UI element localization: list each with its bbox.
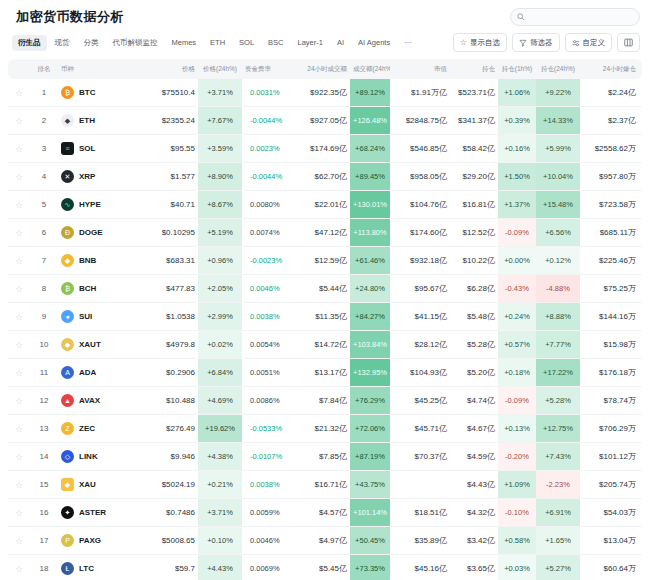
customize-button[interactable]: 自定义 [565, 33, 613, 52]
table-row[interactable]: ☆5∿HYPE$40.71+8.67%0.0080%$22.01亿+130.01… [8, 191, 642, 219]
favorite-star-icon[interactable]: ☆ [8, 275, 30, 303]
table-row[interactable]: ☆11AADA$0.2906+6.84%0.0051%$13.17亿+132.9… [8, 359, 642, 387]
table-row[interactable]: ☆3≡SOL$95.55+3.59%0.0023%$174.69亿+68.24%… [8, 135, 642, 163]
rank-cell: 12 [30, 387, 58, 415]
search-box[interactable] [510, 8, 640, 26]
coin-cell[interactable]: ●SUI [58, 303, 136, 331]
column-header-7[interactable]: 成交额(24h%) [350, 59, 390, 79]
column-header-6[interactable]: 24小时成交额 [292, 59, 350, 79]
favorite-star-icon[interactable]: ☆ [8, 135, 30, 163]
coin-symbol: LTC [79, 564, 94, 573]
favorite-star-icon[interactable]: ☆ [8, 79, 30, 107]
coin-symbol: SUI [79, 312, 92, 321]
coin-cell[interactable]: ◆ETH [58, 107, 136, 135]
table-row[interactable]: ☆6ÐDOGE$0.10295+5.19%0.0074%$47.12亿+113.… [8, 219, 642, 247]
price-cell: $0.7486 [136, 499, 198, 527]
open-interest-cell: $4.67亿 [450, 415, 498, 443]
filter-button[interactable]: 筛选器 [512, 33, 560, 52]
coin-cell[interactable]: ZZEC [58, 415, 136, 443]
favorite-star-icon[interactable]: ☆ [8, 219, 30, 247]
table-row[interactable]: ☆8₿BCH$477.83+2.05%0.0046%$5.44亿+24.80%$… [8, 275, 642, 303]
coin-cell[interactable]: ∿HYPE [58, 191, 136, 219]
coin-cell[interactable]: ▲AVAX [58, 387, 136, 415]
tab-layer1[interactable]: Layer-1 [292, 35, 329, 50]
table-row[interactable]: ☆12▲AVAX$10.488+4.69%0.0086%$7.84亿+76.29… [8, 387, 642, 415]
column-header-5[interactable]: 资金费率 [242, 59, 292, 79]
coin-cell[interactable]: PPAXG [58, 527, 136, 555]
tab-token-unlock[interactable]: 代币解锁监控 [107, 35, 164, 51]
table-row[interactable]: ☆7◆BNB$683.31+0.96%-0.0023%$12.59亿+61.46… [8, 247, 642, 275]
oi-change-24h-cell: +6.91% [536, 499, 580, 527]
coin-cell[interactable]: ✕XRP [58, 163, 136, 191]
market-cap-cell: $104.76亿 [390, 191, 450, 219]
coin-cell[interactable]: ≡SOL [58, 135, 136, 163]
coin-symbol: BCH [79, 284, 96, 293]
coin-cell[interactable]: ₿BCH [58, 275, 136, 303]
favorite-star-icon[interactable]: ☆ [8, 555, 30, 580]
columns-button[interactable] [617, 33, 640, 52]
price-cell: $0.10295 [136, 219, 198, 247]
coin-cell[interactable]: ₿BTC [58, 79, 136, 107]
tab-sol[interactable]: SOL [233, 35, 260, 50]
column-header-10[interactable]: 持仓(1h%) [498, 59, 536, 79]
column-header-11[interactable]: 持仓(24h%) [536, 59, 580, 79]
table-row[interactable]: ☆16✦ASTER$0.7486+3.71%0.0059%$4.57亿+101.… [8, 499, 642, 527]
tab-memes[interactable]: Memes [166, 35, 203, 50]
favorite-star-icon[interactable]: ☆ [8, 499, 30, 527]
favorite-star-icon[interactable]: ☆ [8, 443, 30, 471]
column-header-3[interactable]: 价格 [136, 59, 198, 79]
coin-cell[interactable]: ◆BNB [58, 247, 136, 275]
favorite-star-icon[interactable]: ☆ [8, 107, 30, 135]
table-row[interactable]: ☆1₿BTC$75510.4+3.71%0.0031%$922.35亿+89.1… [8, 79, 642, 107]
favorite-star-icon[interactable]: ☆ [8, 331, 30, 359]
column-header-9[interactable]: 持仓 [450, 59, 498, 79]
tab-bsc[interactable]: BSC [262, 35, 289, 50]
favorite-star-icon[interactable]: ☆ [8, 527, 30, 555]
sui-coin-icon: ● [61, 310, 74, 323]
column-header-2[interactable]: 币种 [58, 59, 136, 79]
table-row[interactable]: ☆18ŁLTC$59.7+4.43%0.0069%$5.45亿+73.35%$4… [8, 555, 642, 580]
open-interest-cell: $341.37亿 [450, 107, 498, 135]
coin-cell[interactable]: ◇LINK [58, 443, 136, 471]
table-row[interactable]: ☆13ZZEC$276.49+19.62%-0.0533%$21.32亿+72.… [8, 415, 642, 443]
table-row[interactable]: ☆10◆XAUT$4979.8+0.02%0.0054%$14.72亿+103.… [8, 331, 642, 359]
column-header-8[interactable]: 市值 [390, 59, 450, 79]
tab-more[interactable]: ··· [398, 35, 418, 50]
coin-cell[interactable]: ◆XAU [58, 471, 136, 499]
coin-cell[interactable]: ŁLTC [58, 555, 136, 580]
column-header-1[interactable]: 排名 [30, 59, 58, 79]
liquidation-cell: $723.58万 [580, 191, 642, 219]
tab-spot[interactable]: 现货 [49, 35, 76, 51]
coin-cell[interactable]: ÐDOGE [58, 219, 136, 247]
favorite-star-icon[interactable]: ☆ [8, 359, 30, 387]
tab-eth[interactable]: ETH [204, 35, 231, 50]
table-row[interactable]: ☆17PPAXG$5008.65+0.10%0.0046%$4.97亿+50.4… [8, 527, 642, 555]
tab-categories[interactable]: 分类 [78, 35, 105, 51]
coin-cell[interactable]: ✦ASTER [58, 499, 136, 527]
column-header-12[interactable]: 24小时爆仓 [580, 59, 642, 79]
avax-coin-icon: ▲ [61, 394, 74, 407]
table-row[interactable]: ☆15◆XAU$5024.19+0.21%0.0038%$16.71亿+43.7… [8, 471, 642, 499]
tab-derivatives[interactable]: 衍生品 [12, 35, 47, 51]
column-header-0[interactable] [8, 59, 30, 79]
show-favorites-button[interactable]: ☆显示自选 [453, 33, 507, 52]
favorite-star-icon[interactable]: ☆ [8, 163, 30, 191]
favorite-star-icon[interactable]: ☆ [8, 471, 30, 499]
table-row[interactable]: ☆2◆ETH$2355.24+7.67%-0.0044%$927.05亿+126… [8, 107, 642, 135]
favorite-star-icon[interactable]: ☆ [8, 191, 30, 219]
table-row[interactable]: ☆14◇LINK$9.946+4.38%-0.0107%$7.85亿+87.19… [8, 443, 642, 471]
favorite-star-icon[interactable]: ☆ [8, 303, 30, 331]
table-row[interactable]: ☆9●SUI$1.0538+2.99%0.0038%$11.35亿+84.27%… [8, 303, 642, 331]
coin-cell[interactable]: ◆XAUT [58, 331, 136, 359]
table-row[interactable]: ☆4✕XRP$1.577+8.90%-0.0044%$62.70亿+89.45%… [8, 163, 642, 191]
favorite-star-icon[interactable]: ☆ [8, 415, 30, 443]
bch-coin-icon: ₿ [61, 282, 74, 295]
search-input[interactable] [529, 12, 623, 23]
tab-ai-agents[interactable]: AI Agents [352, 35, 396, 50]
tab-ai[interactable]: AI [331, 35, 350, 50]
coin-cell[interactable]: AADA [58, 359, 136, 387]
column-header-4[interactable]: 价格(24h%) [198, 59, 242, 79]
volume-cell: $4.97亿 [292, 527, 350, 555]
favorite-star-icon[interactable]: ☆ [8, 387, 30, 415]
favorite-star-icon[interactable]: ☆ [8, 247, 30, 275]
